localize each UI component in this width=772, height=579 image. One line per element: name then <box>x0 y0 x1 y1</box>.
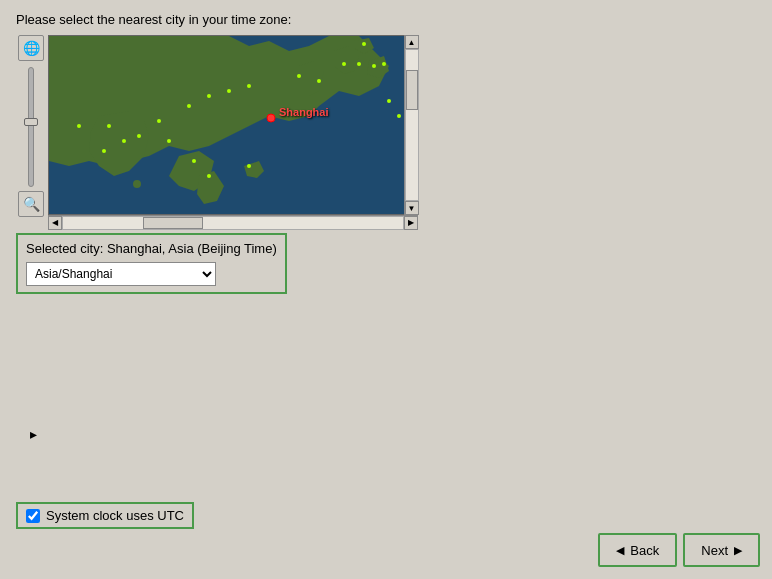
svg-point-20 <box>77 124 81 128</box>
main-content: Please select the nearest city in your t… <box>0 0 772 306</box>
scroll-h-thumb[interactable] <box>143 217 203 229</box>
svg-point-3 <box>137 134 141 138</box>
scroll-left-arrow[interactable]: ◀ <box>48 216 62 230</box>
next-button[interactable]: Next ▶ <box>683 533 760 567</box>
horizontal-scrollbar[interactable]: ◀ ▶ <box>48 215 418 229</box>
svg-point-24 <box>167 139 171 143</box>
globe-button[interactable]: 🌐 <box>18 35 44 61</box>
utc-checkbox[interactable] <box>26 509 40 523</box>
search-zoom-button[interactable]: 🔍 <box>18 191 44 217</box>
instruction-label: Please select the nearest city in your t… <box>16 12 756 27</box>
scroll-h-track[interactable] <box>62 216 404 230</box>
svg-point-16 <box>192 159 196 163</box>
svg-point-2 <box>107 124 111 128</box>
svg-point-15 <box>382 62 386 66</box>
back-button[interactable]: ◀ Back <box>598 533 677 567</box>
mouse-cursor: ▸ <box>30 426 37 442</box>
svg-point-1 <box>133 180 141 188</box>
svg-point-25 <box>267 114 275 122</box>
svg-point-21 <box>247 164 251 168</box>
svg-point-10 <box>317 79 321 83</box>
svg-point-17 <box>207 174 211 178</box>
scroll-v-track[interactable] <box>405 49 419 201</box>
map-svg: Shanghai <box>49 36 405 215</box>
svg-point-19 <box>102 149 106 153</box>
zoom-slider-thumb[interactable] <box>24 118 38 126</box>
svg-point-5 <box>187 104 191 108</box>
selected-city-text: Selected city: Shanghai, Asia (Beijing T… <box>26 241 277 256</box>
svg-point-18 <box>122 139 126 143</box>
city-info-box: Selected city: Shanghai, Asia (Beijing T… <box>16 233 287 294</box>
zoom-controls: 🌐 🔍 <box>16 35 46 229</box>
map-wrapper: Shanghai ▲ ▼ ◀ ▶ <box>48 35 418 229</box>
svg-point-4 <box>157 119 161 123</box>
utc-label[interactable]: System clock uses UTC <box>46 508 184 523</box>
zoom-slider-track <box>28 67 34 187</box>
svg-point-22 <box>387 99 391 103</box>
scroll-down-arrow[interactable]: ▼ <box>405 201 419 215</box>
svg-point-23 <box>397 114 401 118</box>
map-area: 🌐 🔍 <box>16 35 756 229</box>
search-zoom-icon: 🔍 <box>23 196 40 212</box>
map-canvas[interactable]: Shanghai <box>48 35 418 215</box>
svg-text:Shanghai: Shanghai <box>279 106 329 118</box>
scroll-v-thumb[interactable] <box>406 70 418 110</box>
scroll-up-arrow[interactable]: ▲ <box>405 35 419 49</box>
svg-point-12 <box>357 62 361 66</box>
next-label: Next <box>701 543 728 558</box>
svg-point-6 <box>207 94 211 98</box>
vertical-scrollbar[interactable]: ▲ ▼ <box>404 35 418 215</box>
svg-point-14 <box>372 64 376 68</box>
back-icon: ◀ <box>616 544 624 557</box>
utc-section: System clock uses UTC <box>16 502 194 529</box>
scroll-right-arrow[interactable]: ▶ <box>404 216 418 230</box>
timezone-select[interactable]: Asia/Shanghai Asia/Hong_Kong Asia/Tokyo … <box>26 262 216 286</box>
svg-point-9 <box>297 74 301 78</box>
svg-point-8 <box>247 84 251 88</box>
globe-icon: 🌐 <box>23 40 40 56</box>
svg-point-11 <box>342 62 346 66</box>
svg-point-7 <box>227 89 231 93</box>
back-label: Back <box>630 543 659 558</box>
bottom-navigation: ◀ Back Next ▶ <box>598 533 760 567</box>
next-icon: ▶ <box>734 544 742 557</box>
svg-point-13 <box>362 42 366 46</box>
